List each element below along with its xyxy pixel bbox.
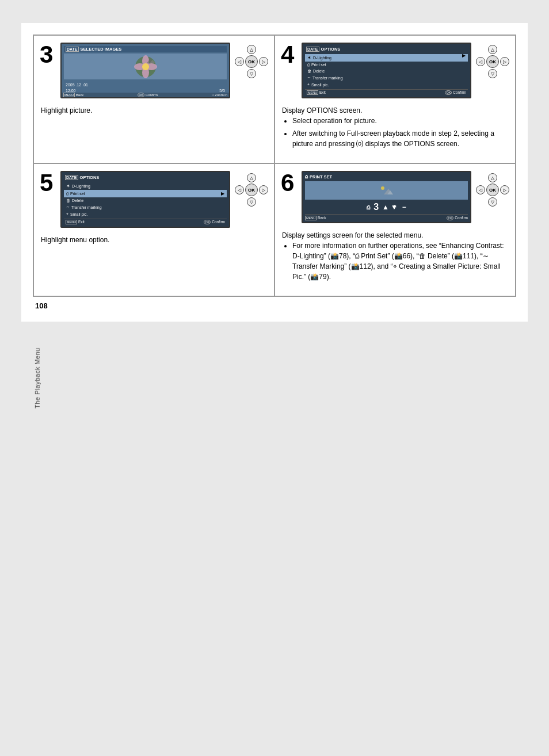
step5-option-3[interactable]: 🗑 Delete bbox=[64, 197, 227, 204]
step6-photo bbox=[305, 181, 468, 200]
step4-option-2[interactable]: ⎙ Print set bbox=[305, 62, 468, 68]
ctrl-ok-s6[interactable]: OK bbox=[486, 184, 499, 196]
step5-title-bar: DATE OPTIONS bbox=[64, 174, 227, 181]
svg-rect-8 bbox=[378, 184, 395, 197]
step4-bullet-2: After switching to Full-screen playback … bbox=[292, 128, 508, 149]
ctrl-left-s4[interactable]: ◁ bbox=[476, 57, 485, 66]
step5-option-2[interactable]: ⎙ Print set ▶ bbox=[64, 190, 227, 197]
ctrl-left-s5[interactable]: ◁ bbox=[235, 185, 244, 194]
step4-desc-main: Display OPTIONS screen. bbox=[282, 106, 362, 114]
ctrl-top-s6[interactable]: △ bbox=[488, 173, 497, 182]
ctrl-right[interactable]: ▷ bbox=[259, 57, 268, 66]
step3-bottom-bar: MENU Back OK Confirm □ Zoom in bbox=[62, 93, 229, 97]
step5-exit-label: MENU Exit bbox=[66, 220, 85, 224]
printset-icon-s5: ⎙ bbox=[66, 192, 68, 196]
step3-description: Highlight picture. bbox=[40, 103, 268, 118]
step4-cell: 4 DATE OPTIONS ✶ D-Lighting ▶ bbox=[274, 35, 516, 163]
ctrl-bottom-s6[interactable]: ▽ bbox=[488, 197, 497, 207]
step5-camera-ctrl: △ ◁ OK ▷ ▽ bbox=[235, 173, 268, 207]
step4-option-4-label: Transfer marking bbox=[312, 76, 343, 80]
step6-count-area: ⎙ 3 ▲ + ▼ − bbox=[305, 202, 468, 212]
step4-title-bar: DATE OPTIONS bbox=[305, 46, 468, 52]
step3-title-bar: DATE SELECTED IMAGES bbox=[64, 46, 227, 52]
step3-photo bbox=[64, 54, 227, 79]
step3-back-label: MENU Back bbox=[63, 93, 83, 97]
step3-date: 2005 .12 .01 bbox=[66, 82, 225, 88]
step4-exit-label: MENU Exit bbox=[307, 90, 326, 94]
ctrl-left-s6[interactable]: ◁ bbox=[476, 185, 485, 194]
step5-screen-title: OPTIONS bbox=[80, 175, 100, 180]
ctrl-top-s4[interactable]: △ bbox=[488, 45, 497, 54]
step4-screen: DATE OPTIONS ✶ D-Lighting ▶ ⎙ Print set bbox=[302, 43, 471, 98]
step4-description: Display OPTIONS screen. Select operation… bbox=[281, 103, 509, 154]
page-wrapper: 3 DATE SELECTED IMAGES bbox=[21, 23, 528, 322]
dlighting-icon-s5: ✶ bbox=[66, 184, 70, 189]
step5-cell: 5 DATE OPTIONS ✶ D-Lighting bbox=[33, 163, 274, 296]
step3-camera-ctrl: △ ◁ OK ▷ ▽ bbox=[235, 45, 268, 78]
ctrl-ok-s4[interactable]: OK bbox=[486, 55, 499, 68]
ctrl-ok-s5[interactable]: OK bbox=[245, 184, 258, 196]
step3-cell: 3 DATE SELECTED IMAGES bbox=[33, 35, 274, 163]
step5-option-4[interactable]: ∼ Transfer marking bbox=[64, 204, 227, 211]
step5-option-1[interactable]: ✶ D-Lighting bbox=[64, 182, 227, 190]
step4-option-4[interactable]: ∼ Transfer marking bbox=[305, 74, 468, 81]
step3-screen-title: SELECTED IMAGES bbox=[81, 47, 122, 52]
ctrl-left[interactable]: ◁ bbox=[235, 57, 244, 66]
arrow-right-s5: ▶ bbox=[221, 191, 224, 196]
step6-bullet-list: For more information on further operatio… bbox=[292, 240, 508, 282]
step5-confirm-label: OK Confirm bbox=[204, 220, 225, 224]
delete-icon-s5: 🗑 bbox=[66, 198, 70, 203]
step4-option-1[interactable]: ✶ D-Lighting ▶ bbox=[305, 54, 468, 62]
step6-number: 6 bbox=[281, 171, 297, 195]
step6-down-arrow[interactable]: ▼ bbox=[391, 203, 398, 211]
svg-point-5 bbox=[142, 63, 149, 70]
step6-description: Display settings screen for the selected… bbox=[281, 228, 509, 287]
step6-screen: ⎙ PRINT SET ⎙ bbox=[302, 171, 471, 223]
step6-cell: 6 ⎙ PRINT SET bbox=[274, 163, 516, 296]
ctrl-bottom-s5[interactable]: ▽ bbox=[247, 197, 256, 207]
step5-number: 5 bbox=[40, 171, 56, 195]
ctrl-bottom-s4[interactable]: ▽ bbox=[488, 69, 497, 78]
delete-icon: 🗑 bbox=[307, 69, 311, 73]
step4-screen-title: OPTIONS bbox=[321, 47, 341, 52]
step5-screen: DATE OPTIONS ✶ D-Lighting ⎙ Print set bbox=[60, 171, 230, 228]
ctrl-right-s6[interactable]: ▷ bbox=[500, 185, 509, 194]
step6-screen-title: PRINT SET bbox=[310, 174, 332, 180]
step6-count: 3 bbox=[373, 202, 379, 212]
arrow-right-icon: ▶ bbox=[462, 53, 466, 58]
smallpic-icon: ⌖ bbox=[307, 82, 310, 87]
step4-bullet-list: Select operation for picture. After swit… bbox=[292, 116, 508, 149]
ctrl-ok[interactable]: OK bbox=[245, 55, 258, 68]
step4-option-2-label: Print set bbox=[311, 63, 326, 67]
transfer-icon-s5: ∼ bbox=[66, 205, 70, 209]
step6-confirm-label: OK Confirm bbox=[447, 216, 468, 220]
page-number: 108 bbox=[33, 301, 516, 310]
step6-back-label: MENU Back bbox=[305, 216, 326, 220]
step3-screen: DATE SELECTED IMAGES bbox=[60, 43, 230, 98]
step6-desc-main: Display settings screen for the selected… bbox=[282, 231, 423, 239]
content-grid: 3 DATE SELECTED IMAGES bbox=[33, 35, 516, 297]
ctrl-bottom[interactable]: ▽ bbox=[247, 69, 256, 78]
step6-thumb bbox=[378, 184, 395, 197]
step4-confirm-label: OK Confirm bbox=[445, 90, 466, 94]
step6-up-arrow[interactable]: ▲ bbox=[382, 203, 389, 211]
ctrl-right-s4[interactable]: ▷ bbox=[500, 57, 509, 66]
step3-confirm-label: OK Confirm bbox=[138, 93, 158, 97]
step5-description: Highlight menu option. bbox=[40, 232, 268, 247]
step6-title-bar: ⎙ PRINT SET bbox=[305, 174, 468, 180]
step6-bullet-1: For more information on further operatio… bbox=[292, 240, 508, 282]
step4-number: 4 bbox=[281, 43, 297, 67]
step4-option-3-label: Delete bbox=[313, 69, 325, 73]
step4-option-5[interactable]: ⌖ Small pic. bbox=[305, 81, 468, 88]
step5-option-5[interactable]: ⌖ Small pic. bbox=[64, 211, 227, 217]
step6-bottom-bar: MENU Back OK Confirm bbox=[305, 214, 468, 220]
ctrl-top-s5[interactable]: △ bbox=[247, 173, 256, 182]
ctrl-top[interactable]: △ bbox=[247, 45, 256, 54]
step4-option-3[interactable]: 🗑 Delete bbox=[305, 68, 468, 74]
step4-camera-ctrl: △ ◁ OK ▷ ▽ bbox=[476, 45, 509, 78]
step5-bottom-bar: MENU Exit OK Confirm bbox=[64, 219, 227, 224]
ctrl-right-s5[interactable]: ▷ bbox=[259, 185, 268, 194]
date-icon: DATE bbox=[66, 47, 79, 52]
step4-bullet-1: Select operation for picture. bbox=[292, 116, 508, 126]
step6-camera-ctrl: △ ◁ OK ▷ ▽ bbox=[476, 173, 509, 207]
